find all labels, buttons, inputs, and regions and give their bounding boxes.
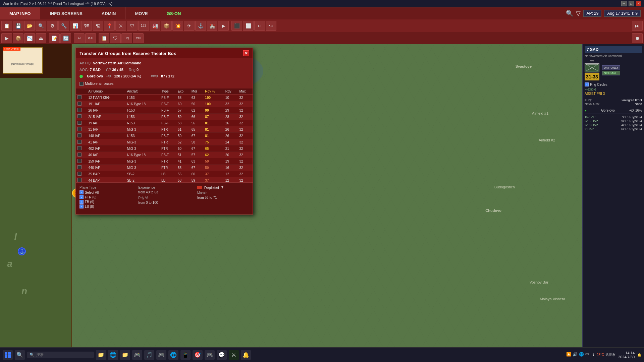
nav-tab-gson[interactable]: GS-on [157,7,191,19]
tb2-play[interactable]: ▶ [1,33,12,43]
search-button[interactable]: 🔍 [15,350,25,360]
tb2-graph[interactable]: 📉 [24,33,35,43]
row-checkbox[interactable] [76,126,87,133]
app-7[interactable]: 🎯 [193,350,203,360]
table-row[interactable]: 44 BAP SB-2 LB 58 59 37 12 32 [76,177,253,183]
window-close-button[interactable]: ✕ [636,1,641,6]
app-9[interactable]: 💬 [217,350,227,360]
search-bar[interactable]: 🔍 搜索 [27,352,94,358]
tb-screenshot[interactable]: 📋 [1,21,12,31]
tb-pin[interactable]: 📍 [104,21,115,31]
tb-attack[interactable]: ⚔ [115,21,126,31]
row-checkbox[interactable] [76,165,87,171]
multi-airbases-checkbox[interactable] [79,82,84,86]
app-3[interactable]: 🎵 [144,350,154,360]
game-icon[interactable]: ⚔ [229,350,239,360]
tb2-report[interactable]: 📋 [99,33,109,43]
tb-tools[interactable]: 🔧 [58,21,69,31]
tb-settings[interactable]: ⚙ [47,21,58,31]
table-row[interactable]: 191 IAP I-16 Type 18 FB-F 60 56 100 32 3… [76,101,253,107]
tb-move2[interactable]: ▶ [218,21,229,31]
app-2[interactable]: 🎮 [132,350,142,360]
tray-icon-2[interactable]: 🔊 [573,352,578,358]
minimize-button[interactable]: ─ [621,1,627,6]
air-groups-table-container[interactable]: Air Group Aircraft Type Exp Mor Rdy % Rd… [76,88,253,182]
tb2-shield[interactable]: 🛡 [110,33,121,43]
table-row[interactable]: 41 IAP MiG-3 FTR 52 58 75 24 32 [76,139,253,145]
nav-tab-infoscreens[interactable]: INFO SCREENS [40,7,92,19]
table-row[interactable]: 402 IAP MiG-3 FTR 50 67 65 21 32 [76,145,253,152]
tray-icon-4[interactable]: 中 [585,352,589,358]
tb2-hq[interactable]: HQ [121,33,132,43]
tb2-end[interactable]: ⏺ [632,33,643,43]
app-1[interactable]: 📁 [120,350,130,360]
tb-load[interactable]: 📂 [24,21,35,31]
tb-save[interactable]: 💾 [13,21,23,31]
tb2-refresh[interactable]: 🔄 [60,33,71,43]
row-checkbox[interactable] [76,145,87,152]
sad-unit-name[interactable]: 157 IAP [585,115,595,119]
fb-checkbox[interactable]: ✓ [79,200,84,204]
table-row[interactable]: 19 IAP I-153 FB-F 58 56 81 26 32 [76,120,253,126]
tb-combat[interactable]: 💥 [172,21,183,31]
app-10[interactable]: 🔔 [241,350,251,360]
tb2-box[interactable]: 📦 [13,33,23,43]
map-area[interactable]: Kobona Svastoye Airfield #1 Airfield #2 … [72,44,582,351]
tb2-ai[interactable]: AI [74,33,85,43]
table-row[interactable]: 46 IAP I-16 Type 18 FB-F 51 57 62 20 32 [76,152,253,158]
ftr-checkbox[interactable]: ✓ [79,195,84,199]
row-checkbox[interactable] [76,139,87,145]
table-row[interactable]: 31 IAP MiG-3 FTR 51 65 81 26 32 [76,126,253,133]
app-6[interactable]: 📱 [180,350,191,360]
row-checkbox[interactable] [76,158,87,165]
tray-icon-3[interactable]: 🌐 [579,352,584,358]
row-checkbox[interactable] [76,171,87,177]
table-row[interactable]: 12 ГИАП-КБФ I-153 FB-F 58 63 100 10 32 [76,95,253,101]
select-all-checkbox[interactable]: ✓ [79,190,84,194]
table-row[interactable]: 26 IAP I-153 FB-F 57 62 90 29 32 [76,107,253,114]
row-checkbox[interactable] [76,107,87,114]
ring-circles-checkbox[interactable]: ✓ [585,82,589,86]
tb-fort[interactable]: 🏰 [207,21,217,31]
row-checkbox[interactable] [76,133,87,139]
nav-tab-mapinfo[interactable]: MAP INFO [0,7,40,19]
tb-map[interactable]: 🗺 [81,21,92,31]
dialog-close-button[interactable]: ✕ [243,50,249,56]
table-row[interactable]: 159 IAP MiG-3 FTR 41 63 59 19 32 [76,158,253,165]
tb2-ctrl[interactable]: Ctrl [133,33,144,43]
row-checkbox[interactable] [76,95,87,101]
row-checkbox[interactable] [76,114,87,120]
tb-build[interactable]: 🏗 [93,21,103,31]
app-4[interactable]: 🎮 [156,350,166,360]
table-row[interactable]: 440 IAP MiG-3 FTR 55 67 50 16 32 [76,165,253,171]
start-button[interactable] [3,350,13,360]
tb-end-turn[interactable]: ⏭ [632,21,643,31]
unit-marker-blue[interactable]: ⚓ [18,247,26,255]
news-events-box[interactable]: New Events! [Newspaper image] [3,47,43,74]
tb-industry[interactable]: 🏭 [150,21,160,31]
tb-advance[interactable]: ↪ [266,21,276,31]
nav-tab-admin[interactable]: ADMIN [92,7,126,19]
tb-search[interactable]: 🔍 [36,21,46,31]
tb-numbers[interactable]: 123 [138,21,149,31]
tb-unit2[interactable]: ⬜ [243,21,254,31]
table-row[interactable]: 2/15 IAP I-153 FB-F 59 66 87 28 32 [76,114,253,120]
tb-chart[interactable]: 📊 [70,21,80,31]
row-checkbox[interactable] [76,152,87,158]
app-8[interactable]: 🎮 [205,350,215,360]
lb-checkbox[interactable]: ✓ [79,204,84,208]
sad-unit-name[interactable]: 2/159 IAP [585,123,598,127]
tb-air[interactable]: ✈ [184,21,195,31]
row-checkbox[interactable] [76,101,87,107]
tb-naval[interactable]: ⚓ [195,21,206,31]
tb2-terrain[interactable]: ⛰ [36,33,46,43]
notification-icon[interactable]: 🔔 [637,353,641,357]
sad-unit-name[interactable]: 21 IAP [585,127,594,131]
table-row[interactable]: 148 IAP I-153 FB-F 50 67 81 26 32 [76,133,253,139]
app-5[interactable]: 🌐 [168,350,178,360]
browser[interactable]: 🌐 [108,350,118,360]
file-explorer[interactable]: 📁 [96,350,106,360]
tb2-order[interactable]: 📝 [49,33,60,43]
tb-retreat[interactable]: ↩ [254,21,265,31]
row-checkbox[interactable] [76,120,87,126]
